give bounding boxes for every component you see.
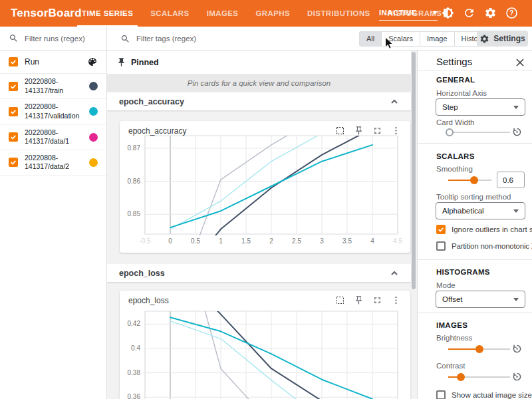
- run-row[interactable]: 20220808-141317/train: [0, 74, 106, 99]
- epoch-loss-chart[interactable]: 0.360.380.40.42: [120, 291, 410, 399]
- actual-size-checkbox[interactable]: [436, 390, 446, 399]
- svg-text:0.38: 0.38: [128, 369, 141, 376]
- reload-status-value: INACTIVE: [379, 9, 417, 17]
- settings-button-label: Settings: [493, 34, 525, 43]
- card-width-slider[interactable]: [448, 128, 510, 137]
- pin-card-icon[interactable]: [354, 126, 364, 136]
- filter-scalars-button[interactable]: Scalars: [382, 31, 420, 47]
- run-name: 20220808-141317/data/2: [25, 154, 89, 172]
- svg-text:0.42: 0.42: [128, 320, 141, 327]
- horizontal-axis-select[interactable]: Step: [436, 98, 525, 116]
- reset-brightness-icon[interactable]: [511, 343, 523, 354]
- contrast-label: Contrast: [436, 362, 465, 370]
- run-column-label: Run: [25, 57, 87, 66]
- brightness-slider[interactable]: [448, 344, 510, 354]
- slider-thumb[interactable]: [475, 345, 483, 353]
- histograms-heading: HISTOGRAMS: [436, 268, 490, 276]
- palette-icon: [87, 57, 98, 67]
- refresh-icon[interactable]: [463, 7, 475, 19]
- run-checkbox[interactable]: [9, 132, 18, 142]
- actual-size-row[interactable]: Show actual image size: [436, 390, 532, 399]
- chart-card-actions: [335, 126, 401, 136]
- tab-time-series[interactable]: TIME SERIES: [73, 0, 142, 27]
- tag-filter-input[interactable]: [136, 35, 269, 43]
- tab-images[interactable]: IMAGES: [198, 0, 247, 27]
- settings-button[interactable]: Settings: [477, 31, 528, 47]
- partition-x-checkbox[interactable]: [436, 241, 446, 251]
- ignore-outliers-checkbox[interactable]: [436, 225, 446, 234]
- main-scrollbar: [412, 51, 416, 399]
- svg-text:?: ?: [509, 9, 513, 17]
- run-checkbox[interactable]: [9, 107, 18, 116]
- pin-icon: [116, 57, 126, 67]
- close-icon[interactable]: [515, 57, 525, 68]
- fullscreen-icon[interactable]: [372, 126, 382, 136]
- section-header-epoch-accuracy[interactable]: epoch_accuracy: [107, 92, 411, 110]
- reload-status-select[interactable]: INACTIVE: [379, 9, 438, 21]
- slider-thumb[interactable]: [470, 176, 478, 184]
- fit-domain-icon[interactable]: [335, 295, 345, 305]
- run-checkbox[interactable]: [9, 158, 18, 167]
- filter-all-button[interactable]: All: [359, 31, 382, 47]
- chevron-up-icon[interactable]: [390, 97, 399, 106]
- svg-text:3.5: 3.5: [342, 237, 352, 245]
- tab-distributions[interactable]: DISTRIBUTIONS: [299, 0, 379, 27]
- chevron-up-icon[interactable]: [390, 269, 399, 278]
- more-options-icon[interactable]: [391, 126, 401, 136]
- svg-text:0: 0: [168, 237, 172, 245]
- run-filter-row: [0, 27, 106, 51]
- tab-scalars[interactable]: SCALARS: [142, 0, 198, 27]
- divider: [418, 143, 532, 144]
- card-width-label: Card Width: [436, 118, 475, 126]
- toggle-all-runs-checkbox[interactable]: [9, 57, 18, 66]
- more-options-icon[interactable]: [391, 295, 401, 305]
- scrollbar-thumb[interactable]: [412, 52, 416, 289]
- run-row[interactable]: 20220808-141317/data/2: [0, 150, 106, 176]
- brightness-label: Brightness: [436, 334, 472, 342]
- svg-text:3: 3: [320, 237, 324, 245]
- partition-x-row[interactable]: Partition non-monotonic X axis ?: [436, 241, 532, 251]
- help-icon[interactable]: ?: [505, 7, 518, 19]
- fit-domain-icon[interactable]: [335, 126, 345, 136]
- run-list-header: Run: [0, 51, 106, 74]
- fullscreen-icon[interactable]: [372, 295, 382, 305]
- reset-contrast-icon[interactable]: [511, 371, 523, 382]
- run-name: 20220808-141317/data/1: [25, 128, 89, 146]
- histogram-mode-select[interactable]: Offset: [436, 291, 525, 308]
- chevron-down-icon: [432, 11, 438, 15]
- run-row[interactable]: 20220808-141317/validation: [0, 99, 106, 124]
- brightness-toggle-icon[interactable]: [442, 7, 454, 19]
- slider-thumb[interactable]: [446, 128, 454, 136]
- svg-text:0.85: 0.85: [128, 210, 141, 217]
- filter-image-button[interactable]: Image: [420, 31, 455, 47]
- run-filter-input[interactable]: [25, 35, 98, 43]
- run-checkbox[interactable]: [9, 82, 18, 91]
- tab-graphs[interactable]: GRAPHS: [247, 0, 299, 27]
- ignore-outliers-label: Ignore outliers in chart scaling: [452, 225, 532, 233]
- svg-text:-0.5: -0.5: [139, 237, 151, 245]
- reset-card-width-icon[interactable]: [511, 126, 523, 138]
- chart-card-title: epoch_loss: [128, 296, 169, 305]
- smoothing-slider[interactable]: [448, 176, 491, 185]
- svg-text:4.5: 4.5: [393, 237, 402, 245]
- run-name: 20220808-141317/validation: [25, 102, 89, 120]
- slider-thumb[interactable]: [457, 373, 465, 381]
- smoothing-value-input[interactable]: 0.6: [497, 172, 525, 188]
- svg-text:0.36: 0.36: [128, 393, 141, 399]
- run-row[interactable]: 20220808-141317/data/1: [0, 125, 106, 150]
- section-title: epoch_accuracy: [119, 97, 390, 106]
- chart-card-epoch-loss: 0.360.380.40.42 epoch_loss: [120, 291, 410, 399]
- chevron-down-icon: [513, 298, 519, 301]
- chart-card-title: epoch_accuracy: [128, 126, 186, 136]
- run-color-dot: [89, 107, 98, 116]
- settings-gear-icon[interactable]: [484, 7, 497, 19]
- contrast-slider[interactable]: [448, 372, 510, 382]
- pin-card-icon[interactable]: [354, 295, 364, 305]
- tooltip-sorting-label: Tooltip sorting method: [436, 193, 511, 201]
- tooltip-sorting-select[interactable]: Alphabetical: [436, 202, 525, 219]
- ignore-outliers-row[interactable]: Ignore outliers in chart scaling: [436, 225, 532, 234]
- section-header-epoch-loss[interactable]: epoch_loss: [107, 264, 411, 282]
- app-logo: TensorBoard: [11, 7, 82, 20]
- epoch-accuracy-chart[interactable]: 0.850.860.8700.511.522.533.54-0.54.5: [120, 121, 410, 253]
- runs-sidebar: Run 20220808-141317/train 20220808-14131…: [0, 27, 107, 399]
